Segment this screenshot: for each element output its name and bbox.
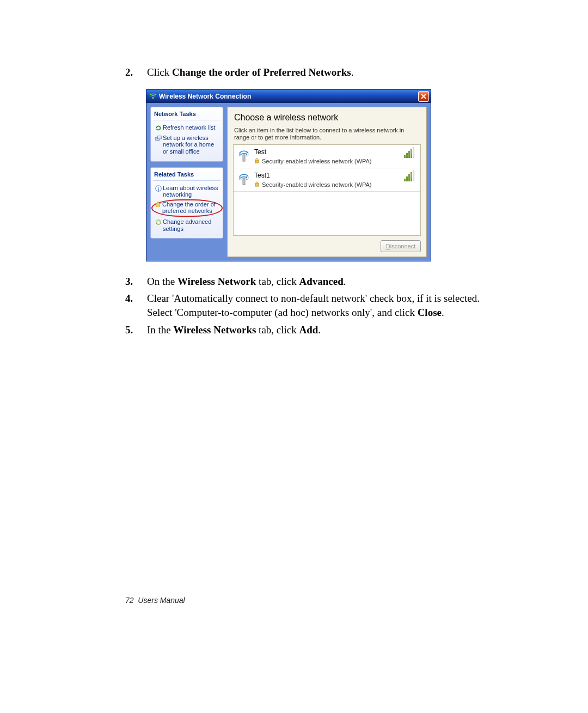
network-details: Test1 Security-enabled wireless network … (254, 172, 397, 188)
step-number: 3. (125, 275, 147, 289)
lock-icon (254, 181, 260, 188)
svg-rect-14 (255, 184, 259, 186)
task-label: Refresh network list (163, 124, 220, 131)
titlebar-text: Wireless Network Connection (159, 93, 418, 100)
wireless-dialog: Wireless Network Connection Network Task… (146, 89, 431, 261)
svg-text:)): )) (246, 175, 249, 180)
button-bar: Disconnect (228, 236, 426, 257)
svg-text:)): )) (246, 152, 249, 156)
disconnect-button[interactable]: Disconnect (381, 240, 421, 252)
step-text: Click Change the order of Preferred Netw… (147, 65, 485, 80)
close-button[interactable] (418, 91, 429, 102)
advanced-settings-link[interactable]: Change advanced settings (153, 217, 220, 234)
svg-rect-10 (255, 160, 259, 163)
related-tasks-panel: Related Tasks i Learn about wireless net… (150, 167, 223, 239)
info-icon: i (154, 185, 163, 192)
network-security: Security-enabled wireless network (WPA) (254, 158, 397, 164)
svg-rect-2 (157, 136, 161, 138)
network-tasks-panel: Network Tasks Refresh network list Set u… (150, 107, 223, 162)
footer-label: Users Manual (138, 596, 185, 605)
setup-icon (154, 135, 163, 142)
svg-text:((: (( (239, 152, 242, 156)
wireless-icon (149, 93, 157, 100)
svg-rect-7 (243, 155, 245, 161)
step-3: 3. On the Wireless Network tab, click Ad… (125, 275, 485, 289)
page-content: 2. Click Change the order of Preferred N… (125, 65, 485, 340)
setup-network-link[interactable]: Set up a wireless network for a home or … (153, 133, 220, 157)
security-text: Security-enabled wireless network (WPA) (262, 158, 372, 164)
step-text: Clear 'Automatically connect to non-defa… (147, 291, 485, 319)
task-label: Learn about wireless networking (163, 185, 220, 198)
task-label: Change advanced settings (163, 218, 220, 232)
step-text: On the Wireless Network tab, click Advan… (147, 275, 485, 289)
svg-rect-11 (243, 178, 245, 185)
change-order-link[interactable]: Change the order of preferred networks (151, 199, 223, 217)
refresh-icon (154, 124, 163, 132)
network-name: Test (254, 148, 397, 156)
step-text: In the Wireless Networks tab, click Add. (147, 323, 485, 337)
network-details: Test Security-enabled wireless network (… (254, 148, 397, 164)
sidebar: Network Tasks Refresh network list Set u… (150, 107, 223, 257)
task-label: Change the order of preferred networks (162, 201, 219, 215)
wifi-icon: (()) (238, 148, 250, 163)
signal-icon (402, 148, 416, 159)
gear-icon (154, 218, 163, 226)
dialog-body: Network Tasks Refresh network list Set u… (146, 103, 431, 261)
network-item[interactable]: (()) Test Security-enabled wireless netw… (234, 145, 420, 168)
svg-point-0 (152, 97, 154, 99)
disconnect-rest: isconnect (390, 243, 415, 249)
signal-icon (402, 172, 416, 182)
lock-icon (254, 158, 260, 164)
close-icon (421, 94, 426, 99)
step-4: 4. Clear 'Automatically connect to non-d… (125, 291, 485, 319)
network-security: Security-enabled wireless network (WPA) (254, 181, 397, 188)
task-label: Set up a wireless network for a home or … (163, 135, 220, 155)
panel-heading: Network Tasks (153, 109, 220, 120)
step-5: 5. In the Wireless Networks tab, click A… (125, 323, 485, 337)
titlebar: Wireless Network Connection (146, 90, 431, 103)
learn-link[interactable]: i Learn about wireless networking (153, 184, 220, 200)
svg-text:((: (( (239, 175, 242, 180)
svg-point-6 (157, 221, 160, 223)
wifi-icon: (()) (238, 172, 250, 187)
disconnect-underline: D (386, 243, 390, 249)
refresh-network-link[interactable]: Refresh network list (153, 123, 220, 133)
network-item[interactable]: (()) Test1 Security-enabled wireless net… (234, 168, 420, 192)
step-number: 4. (125, 291, 147, 319)
star-icon (154, 201, 162, 209)
choose-network-heading: Choose a wireless network (228, 107, 426, 123)
security-text: Security-enabled wireless network (WPA) (262, 181, 372, 188)
screenshot-dialog: Wireless Network Connection Network Task… (146, 89, 431, 261)
network-name: Test1 (254, 172, 397, 179)
main-pane: Choose a wireless network Click an item … (227, 107, 427, 257)
step-number: 2. (125, 65, 147, 80)
page-number: 72 (125, 596, 134, 605)
network-list: (()) Test Security-enabled wireless netw… (233, 144, 421, 236)
panel-heading: Related Tasks (153, 170, 220, 181)
page-footer: 72 Users Manual (125, 596, 185, 605)
step-number: 5. (125, 323, 147, 337)
choose-network-subtext: Click an item in the list below to conne… (228, 123, 426, 144)
step-2: 2. Click Change the order of Preferred N… (125, 65, 485, 80)
